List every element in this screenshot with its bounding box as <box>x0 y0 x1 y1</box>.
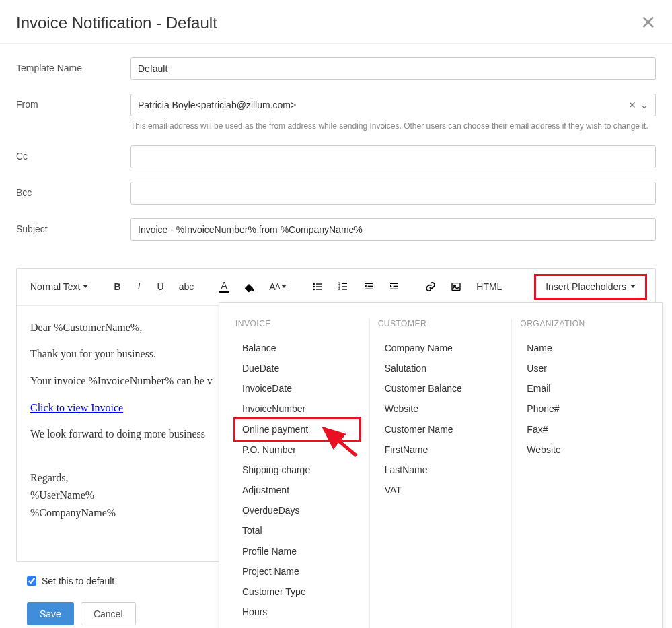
ph-item-project-name[interactable]: Project Name <box>235 561 361 582</box>
html-button[interactable]: HTML <box>471 277 507 296</box>
ph-item-duedate[interactable]: DueDate <box>235 358 361 378</box>
ph-item-overduedays[interactable]: OverdueDays <box>235 500 361 520</box>
ph-item-lastname[interactable]: LastName <box>378 460 504 480</box>
svg-point-2 <box>313 285 315 287</box>
paragraph-style-label: Normal Text <box>30 281 80 292</box>
svg-point-4 <box>313 288 315 290</box>
ph-item-adjustment[interactable]: Adjustment <box>235 480 361 500</box>
svg-point-0 <box>313 283 315 285</box>
from-label: From <box>16 94 130 110</box>
insert-placeholders-dropdown[interactable]: Insert Placeholders <box>534 274 647 300</box>
from-select[interactable]: Patricia Boyle<patriciab@zillum.com> ✕ ⌄ <box>130 94 656 116</box>
page-title: Invoice Notification - Default <box>16 13 217 32</box>
text-color-button[interactable]: A <box>214 277 234 297</box>
svg-marker-19 <box>390 285 392 287</box>
chevron-down-icon[interactable]: ⌄ <box>640 100 648 110</box>
ph-item-customer-name[interactable]: Customer Name <box>378 419 504 440</box>
ph-item-customer-type[interactable]: Customer Type <box>235 582 361 602</box>
svg-rect-5 <box>316 289 322 289</box>
template-name-input[interactable] <box>130 57 656 80</box>
dd-head-organization: ORGANIZATION <box>520 319 646 328</box>
unordered-list-button[interactable] <box>307 277 328 296</box>
ph-item-profile-name[interactable]: Profile Name <box>235 541 361 561</box>
ph-item-po-number[interactable]: P.O. Number <box>235 440 361 460</box>
svg-rect-17 <box>394 285 398 286</box>
italic-button[interactable]: I <box>130 277 148 296</box>
svg-rect-9 <box>342 286 347 287</box>
svg-marker-15 <box>365 285 367 287</box>
svg-rect-20 <box>452 283 460 290</box>
dd-head-customer: CUSTOMER <box>378 319 504 328</box>
ph-item-org-fax[interactable]: Fax# <box>520 419 646 440</box>
underline-button[interactable]: U <box>152 277 170 296</box>
ph-item-vat[interactable]: VAT <box>378 480 504 500</box>
outdent-button[interactable] <box>358 277 379 296</box>
strikethrough-button[interactable]: abc <box>174 277 200 296</box>
ph-item-org-name[interactable]: Name <box>520 338 646 358</box>
svg-rect-13 <box>368 285 373 286</box>
svg-rect-12 <box>365 283 373 283</box>
svg-rect-3 <box>316 286 322 287</box>
font-size-button[interactable]: AA <box>264 277 292 296</box>
clear-icon[interactable]: ✕ <box>628 100 636 110</box>
placeholders-dropdown-panel: INVOICE Balance DueDate InvoiceDate Invo… <box>219 302 663 628</box>
cancel-button[interactable]: Cancel <box>81 602 136 625</box>
ph-item-org-user[interactable]: User <box>520 358 646 378</box>
ph-item-firstname[interactable]: FirstName <box>378 440 504 460</box>
ph-item-salutation[interactable]: Salutation <box>378 358 504 378</box>
paragraph-style-dropdown[interactable]: Normal Text <box>25 277 94 296</box>
svg-rect-1 <box>316 283 322 284</box>
svg-rect-11 <box>342 289 347 289</box>
set-default-checkbox[interactable] <box>27 576 36 586</box>
svg-text:3: 3 <box>338 287 340 291</box>
chevron-down-icon <box>630 285 636 288</box>
cc-input[interactable] <box>130 145 656 168</box>
ordered-list-button[interactable]: 123 <box>332 277 354 296</box>
body-view-invoice-link[interactable]: Click to view Invoice <box>30 402 123 413</box>
ph-item-hours[interactable]: Hours <box>235 602 361 622</box>
indent-button[interactable] <box>383 277 405 296</box>
from-value: Patricia Boyle<patriciab@zillum.com> <box>138 100 296 110</box>
bcc-label: Bcc <box>16 182 130 198</box>
ph-item-company-name[interactable]: Company Name <box>378 338 504 358</box>
svg-rect-16 <box>390 283 398 283</box>
cc-label: Cc <box>16 145 130 162</box>
bcc-input[interactable] <box>130 182 656 205</box>
subject-label: Subject <box>16 218 130 234</box>
ph-item-invoicenumber[interactable]: InvoiceNumber <box>235 398 361 419</box>
svg-rect-18 <box>390 288 398 289</box>
ph-item-total[interactable]: Total <box>235 520 361 540</box>
ph-item-shipping[interactable]: Shipping charge <box>235 460 361 480</box>
ph-item-org-phone[interactable]: Phone# <box>520 398 646 419</box>
ph-item-org-website[interactable]: Website <box>520 440 646 460</box>
ph-item-website[interactable]: Website <box>378 398 504 419</box>
link-button[interactable] <box>420 277 441 296</box>
save-button[interactable]: Save <box>27 602 74 625</box>
insert-placeholders-label: Insert Placeholders <box>546 281 626 292</box>
set-default-label: Set this to default <box>42 575 114 586</box>
template-name-label: Template Name <box>16 57 130 73</box>
dd-head-invoice: INVOICE <box>235 319 361 328</box>
ph-item-discount[interactable]: Discount <box>235 622 361 628</box>
ph-item-customer-balance[interactable]: Customer Balance <box>378 378 504 398</box>
svg-rect-7 <box>342 283 347 283</box>
editor-toolbar: Normal Text B I U abc A AA 123 <box>17 269 655 306</box>
subject-input[interactable] <box>130 218 656 241</box>
fill-color-button[interactable] <box>238 277 260 296</box>
ph-item-online-payment[interactable]: Online payment <box>233 417 361 442</box>
chevron-down-icon <box>83 285 88 288</box>
from-helper-text: This email address will be used as the f… <box>130 120 656 132</box>
ph-item-org-email[interactable]: Email <box>520 378 646 398</box>
ph-item-balance[interactable]: Balance <box>235 338 361 358</box>
ph-item-invoicedate[interactable]: InvoiceDate <box>235 378 361 398</box>
image-button[interactable] <box>445 277 467 296</box>
svg-rect-14 <box>365 288 373 289</box>
bold-button[interactable]: B <box>108 277 126 296</box>
close-icon[interactable]: ✕ <box>640 13 656 32</box>
